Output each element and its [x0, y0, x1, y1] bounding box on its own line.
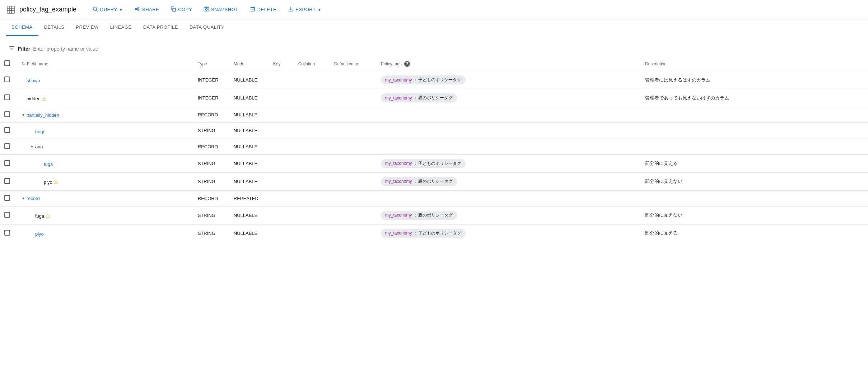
- export-icon: [288, 6, 294, 13]
- policy-tag-badge[interactable]: my_taxonomy ： 親のポリシータグ: [381, 211, 457, 220]
- tab-details[interactable]: DETAILS: [38, 19, 70, 36]
- key-cell: [269, 154, 294, 172]
- field-name-link[interactable]: piyo: [35, 231, 44, 237]
- svg-rect-0: [7, 6, 14, 13]
- tag-taxonomy: my_taxonomy: [385, 161, 412, 166]
- policy-tags-cell: my_taxonomy ： 親のポリシータグ: [377, 206, 641, 224]
- row-checkbox[interactable]: [4, 76, 10, 82]
- table-row: ▼aaaRECORDNULLABLE: [0, 139, 868, 154]
- table-row: hidden⚠INTEGERNULLABLE my_taxonomy ： 親のポ…: [0, 89, 868, 107]
- field-name-link[interactable]: record: [27, 196, 40, 201]
- field-name-text: piyo: [44, 180, 52, 185]
- default-value-cell: [330, 107, 377, 123]
- th-key: Key: [269, 57, 294, 71]
- field-name-cell: ▼record: [17, 190, 193, 206]
- field-name-link[interactable]: fuga: [44, 162, 53, 167]
- row-checkbox[interactable]: [4, 143, 10, 149]
- snapshot-button[interactable]: SNAPSHOT: [199, 4, 243, 15]
- select-all-checkbox[interactable]: [4, 60, 10, 66]
- header-actions: QUERY ▼ SHARE: [88, 4, 326, 15]
- row-checkbox[interactable]: [4, 230, 10, 236]
- row-checkbox[interactable]: [4, 178, 10, 184]
- key-cell: [269, 224, 294, 242]
- query-button[interactable]: QUERY ▼: [88, 4, 127, 15]
- expand-icon[interactable]: ▼: [22, 113, 25, 117]
- policy-tag-badge[interactable]: my_taxonomy ： 親のポリシータグ: [381, 93, 457, 102]
- field-name-cell: fuga⚠: [17, 206, 193, 224]
- table-row: piyo⚠STRINGNULLABLE my_taxonomy ： 親のポリシー…: [0, 172, 868, 190]
- tab-schema[interactable]: SCHEMA: [6, 19, 38, 36]
- tab-preview[interactable]: PREVIEW: [70, 19, 104, 36]
- schema-content: Filter ⇅ Field name Type Mode Key Collat…: [0, 36, 868, 248]
- th-policytags: Policy tags ?: [377, 57, 641, 71]
- tag-taxonomy: my_taxonomy: [385, 231, 412, 236]
- key-cell: [269, 190, 294, 206]
- policy-tag-badge[interactable]: my_taxonomy ： 子どものポリシータグ: [381, 75, 466, 84]
- key-cell: [269, 107, 294, 123]
- type-cell: INTEGER: [193, 71, 229, 89]
- th-defaultval: Default value: [330, 57, 377, 71]
- tab-data-quality[interactable]: DATA QUALITY: [184, 19, 230, 36]
- field-name-cell: shown: [17, 71, 193, 89]
- row-checkbox[interactable]: [4, 212, 10, 218]
- share-button[interactable]: SHARE: [130, 4, 163, 15]
- type-cell: RECORD: [193, 107, 229, 123]
- field-name-link[interactable]: shown: [27, 78, 40, 83]
- key-cell: [269, 139, 294, 154]
- description-cell: [641, 107, 868, 123]
- tag-taxonomy: my_taxonomy: [385, 213, 412, 218]
- expand-icon[interactable]: ▼: [22, 196, 25, 200]
- tag-name: 親のポリシータグ: [418, 178, 453, 185]
- table-row: shownINTEGERNULLABLE my_taxonomy ： 子どものポ…: [0, 71, 868, 89]
- policy-tags-cell: my_taxonomy ： 親のポリシータグ: [377, 89, 641, 107]
- description-cell: 管理者であっても見えないはずのカラム: [641, 89, 868, 107]
- type-cell: STRING: [193, 154, 229, 172]
- type-cell: INTEGER: [193, 89, 229, 107]
- export-button[interactable]: EXPORT ▼: [284, 4, 326, 15]
- svg-point-8: [135, 8, 137, 10]
- table-row: ▼partially_hiddenRECORDNULLABLE: [0, 107, 868, 123]
- row-checkbox[interactable]: [4, 195, 10, 201]
- field-name-cell: ▼partially_hidden: [17, 107, 193, 123]
- svg-line-10: [137, 8, 138, 9]
- field-name-link[interactable]: hoge: [35, 129, 46, 134]
- delete-button[interactable]: DELETE: [246, 4, 281, 15]
- policy-tag-badge[interactable]: my_taxonomy ： 子どものポリシータグ: [381, 159, 466, 168]
- key-cell: [269, 71, 294, 89]
- tab-data-profile[interactable]: DATA PROFILE: [137, 19, 184, 36]
- description-cell: 部分的に見えない: [641, 172, 868, 190]
- field-name-cell: piyo: [17, 224, 193, 242]
- field-name-cell: piyo⚠: [17, 172, 193, 190]
- field-name-text: aaa: [35, 144, 43, 149]
- expand-icon[interactable]: ▼: [30, 145, 34, 149]
- description-cell: 部分的に見える: [641, 224, 868, 242]
- filter-input[interactable]: [33, 46, 859, 52]
- table-row: piyoSTRINGNULLABLE my_taxonomy ： 子どものポリシ…: [0, 224, 868, 242]
- default-value-cell: [330, 172, 377, 190]
- tag-name: 子どものポリシータグ: [418, 77, 461, 83]
- policy-tag-badge[interactable]: my_taxonomy ： 子どものポリシータグ: [381, 229, 466, 238]
- mode-cell: NULLABLE: [229, 172, 269, 190]
- th-type: Type: [193, 57, 229, 71]
- row-checkbox[interactable]: [4, 127, 10, 133]
- mode-cell: NULLABLE: [229, 107, 269, 123]
- th-checkbox: [0, 57, 17, 71]
- copy-button[interactable]: COPY: [166, 4, 196, 15]
- policy-tag-badge[interactable]: my_taxonomy ： 親のポリシータグ: [381, 177, 457, 186]
- policy-tags-help-icon[interactable]: ?: [404, 61, 410, 67]
- tab-lineage[interactable]: LINEAGE: [104, 19, 137, 36]
- sort-icon: ⇅: [22, 61, 25, 66]
- type-cell: STRING: [193, 172, 229, 190]
- description-cell: 部分的に見えない: [641, 206, 868, 224]
- description-cell: [641, 123, 868, 139]
- mode-cell: NULLABLE: [229, 139, 269, 154]
- th-mode: Mode: [229, 57, 269, 71]
- tag-name: 子どものポリシータグ: [418, 230, 461, 236]
- row-checkbox[interactable]: [4, 111, 10, 117]
- default-value-cell: [330, 224, 377, 242]
- row-checkbox[interactable]: [4, 94, 10, 100]
- collation-cell: [294, 89, 330, 107]
- field-name-link[interactable]: partially_hidden: [27, 112, 59, 118]
- table-row: hogeSTRINGNULLABLE: [0, 123, 868, 139]
- row-checkbox[interactable]: [4, 160, 10, 166]
